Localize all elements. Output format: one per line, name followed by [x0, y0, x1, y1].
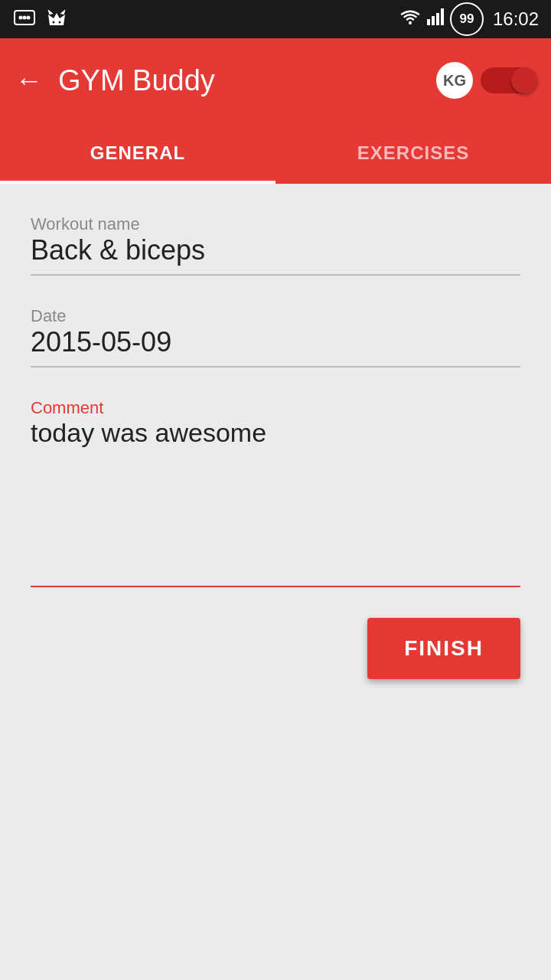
svg-point-6 — [409, 21, 412, 24]
tab-general[interactable]: GENERAL — [0, 122, 276, 184]
clock: 16:02 — [493, 8, 539, 30]
comment-value[interactable]: today was awesome — [31, 418, 520, 587]
comment-field: Comment today was awesome — [31, 398, 520, 587]
battery-icon: 99 — [450, 2, 484, 36]
workout-name-value[interactable]: Back & biceps — [31, 234, 520, 276]
unit-toggle[interactable] — [481, 67, 536, 93]
workout-name-field: Workout name Back & biceps — [31, 214, 520, 276]
app-bar: ← GYM Buddy KG — [0, 38, 551, 122]
svg-point-2 — [23, 16, 27, 20]
status-bar-left — [12, 7, 69, 31]
back-button[interactable]: ← — [15, 64, 43, 96]
svg-rect-10 — [441, 8, 444, 25]
app-bar-right: KG — [436, 62, 536, 99]
app-title: GYM Buddy — [58, 64, 215, 97]
workout-name-label: Workout name — [31, 214, 140, 234]
svg-rect-9 — [436, 13, 439, 25]
message-icon — [12, 7, 37, 31]
status-bar-right: 99 16:02 — [399, 2, 539, 36]
svg-rect-7 — [427, 19, 430, 25]
svg-point-5 — [59, 21, 61, 24]
kg-badge: KG — [436, 62, 473, 99]
wifi-icon — [399, 8, 421, 30]
status-bar: 99 16:02 — [0, 0, 551, 38]
app-bar-left: ← GYM Buddy — [15, 64, 215, 97]
date-field: Date 2015-05-09 — [31, 306, 520, 368]
cat-icon — [44, 7, 69, 31]
comment-label: Comment — [31, 398, 103, 417]
svg-point-4 — [53, 21, 55, 24]
date-value[interactable]: 2015-05-09 — [31, 326, 520, 368]
signal-icon — [427, 8, 444, 30]
svg-rect-8 — [432, 16, 435, 25]
date-label: Date — [31, 306, 66, 325]
tab-exercises[interactable]: EXERCISES — [276, 122, 551, 184]
tabs: GENERAL EXERCISES — [0, 122, 551, 184]
svg-point-3 — [27, 16, 31, 20]
toggle-knob — [511, 67, 537, 93]
finish-button[interactable]: FINISH — [367, 618, 520, 679]
button-row: FINISH — [31, 618, 520, 679]
svg-point-1 — [19, 16, 23, 20]
content-area: Workout name Back & biceps Date 2015-05-… — [0, 184, 551, 980]
